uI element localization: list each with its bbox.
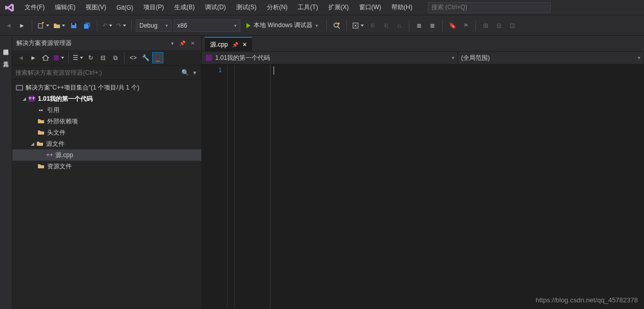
- expand-icon[interactable]: ◢: [20, 96, 28, 101]
- nav-back-button[interactable]: ◄: [3, 19, 14, 32]
- menu-analyze[interactable]: 分析(N): [262, 0, 293, 15]
- menu-view[interactable]: 视图(V): [80, 0, 111, 15]
- code-view-button[interactable]: <>: [128, 52, 139, 63]
- nav-fwd-button[interactable]: ►: [16, 19, 28, 32]
- menu-tools[interactable]: 工具(T): [293, 0, 323, 15]
- tb-btn-f[interactable]: ≣: [427, 19, 438, 32]
- folder-icon: [37, 162, 45, 170]
- tb-btn-g[interactable]: ⚑: [460, 19, 471, 32]
- separator: [124, 52, 124, 63]
- menu-project[interactable]: 项目(P): [138, 0, 169, 15]
- code-editor[interactable]: 1: [202, 64, 644, 309]
- separator: [97, 20, 97, 31]
- resources-node[interactable]: 资源文件: [12, 161, 201, 172]
- separator: [326, 20, 327, 31]
- tab-label: 源.cpp: [210, 40, 228, 49]
- global-search[interactable]: 搜索 (Ctrl+Q): [428, 2, 551, 13]
- panel-dropdown-button[interactable]: ▾: [168, 38, 177, 48]
- sync-button[interactable]: ↻: [85, 52, 96, 63]
- config-combo[interactable]: Debug▾: [136, 19, 172, 32]
- panel-search-input[interactable]: [15, 69, 179, 76]
- play-icon: [246, 23, 251, 28]
- chevron-down-icon[interactable]: ▾: [191, 69, 198, 76]
- redo-button[interactable]: ↷: [115, 19, 127, 32]
- tb-btn-h[interactable]: ⊞: [480, 19, 491, 32]
- folder-icon: [37, 128, 45, 137]
- search-icon[interactable]: 🔍: [179, 69, 191, 76]
- collapse-button[interactable]: ⊟: [97, 52, 109, 63]
- home-icon[interactable]: [40, 52, 51, 63]
- pin-icon[interactable]: 📌: [178, 38, 187, 48]
- editor-area: 源.cpp 📌 ✕ 1.01我的第一个代码 ▾ (全局范围) ▾ 1: [202, 36, 644, 309]
- menu-edit[interactable]: 编辑(E): [50, 0, 80, 15]
- project-icon: [205, 54, 213, 62]
- pin-icon[interactable]: 📌: [232, 42, 238, 48]
- menu-file[interactable]: 文件(F): [19, 0, 50, 15]
- headers-node[interactable]: 头文件: [12, 127, 201, 138]
- toolbox-tab[interactable]: 工具箱: [1, 53, 11, 61]
- line-gutter: 1: [202, 64, 227, 309]
- source-file-node[interactable]: ++ 源.cpp: [12, 149, 201, 161]
- save-all-button[interactable]: [81, 19, 93, 32]
- menu-git[interactable]: Git(G): [111, 0, 138, 15]
- editor-tabbar: 源.cpp 📌 ✕: [202, 36, 644, 51]
- platform-combo[interactable]: x86▾: [174, 19, 240, 32]
- separator: [68, 52, 69, 63]
- panel-header: 解决方案资源管理器 ▾ 📌 ✕: [12, 36, 201, 50]
- folder-icon: [36, 140, 44, 148]
- tb-btn-e[interactable]: ≣: [413, 19, 425, 32]
- nav-project-combo[interactable]: 1.01我的第一个代码 ▾: [202, 52, 458, 64]
- nav-scope-combo[interactable]: (全局范围) ▾: [458, 52, 644, 64]
- solution-icon: [15, 83, 24, 92]
- menu-build[interactable]: 生成(B): [169, 0, 200, 15]
- close-icon[interactable]: ✕: [242, 41, 247, 48]
- server-explorer-tab[interactable]: 服务器资源管理器: [1, 41, 11, 49]
- references-node[interactable]: ▪▪ 引用: [12, 104, 201, 116]
- svg-point-2: [334, 23, 338, 27]
- sources-node[interactable]: ◢ 源文件: [12, 138, 201, 149]
- project-node[interactable]: ◢ ++ 1.01我的第一个代码: [12, 93, 201, 104]
- solution-node[interactable]: 解决方案"C++项目集合"(1 个项目/共 1 个): [12, 82, 201, 93]
- menu-extensions[interactable]: 扩展(X): [323, 0, 354, 15]
- find-in-files-button[interactable]: [331, 19, 342, 32]
- editor-navbar: 1.01我的第一个代码 ▾ (全局范围) ▾: [202, 51, 644, 64]
- source-file-label: 源.cpp: [55, 151, 73, 160]
- back-button[interactable]: ◄: [15, 52, 27, 63]
- menu-debug[interactable]: 调试(D): [200, 0, 231, 15]
- tb-btn-d[interactable]: ⎌: [393, 19, 405, 32]
- left-dock: 服务器资源管理器 工具箱: [0, 36, 12, 309]
- show-all-button[interactable]: ⧉: [110, 52, 121, 63]
- expand-icon[interactable]: ◢: [29, 141, 36, 146]
- properties-button[interactable]: 🔧: [140, 52, 151, 63]
- filter-button[interactable]: ☰: [72, 52, 84, 63]
- save-button[interactable]: [68, 19, 79, 32]
- bookmark-button[interactable]: 🔖: [447, 19, 458, 32]
- close-icon[interactable]: ✕: [188, 38, 197, 48]
- menu-window[interactable]: 窗口(W): [354, 0, 386, 15]
- editor-tab[interactable]: 源.cpp 📌 ✕: [205, 37, 252, 51]
- svg-text:++: ++: [46, 151, 53, 159]
- undo-button[interactable]: ↶: [101, 19, 113, 32]
- separator: [32, 20, 32, 31]
- tb-btn-a[interactable]: [351, 19, 365, 32]
- resources-label: 资源文件: [47, 162, 72, 171]
- open-file-button[interactable]: [52, 19, 66, 32]
- tb-btn-i[interactable]: ⊟: [493, 19, 505, 32]
- fwd-button[interactable]: ►: [28, 52, 39, 63]
- panel-title: 解决方案资源管理器: [16, 39, 167, 48]
- tb-btn-b[interactable]: ⎘: [367, 19, 378, 32]
- menu-help[interactable]: 帮助(H): [386, 0, 418, 15]
- separator: [131, 20, 132, 31]
- text-cursor: [274, 67, 274, 75]
- start-debug-button[interactable]: 本地 Windows 调试器▾: [242, 19, 322, 32]
- svg-rect-7: [16, 85, 23, 90]
- tb-btn-j[interactable]: ⊡: [507, 19, 518, 32]
- svg-point-4: [338, 23, 340, 25]
- new-item-button[interactable]: [36, 19, 50, 32]
- preview-button[interactable]: _: [152, 52, 163, 63]
- code-content[interactable]: [271, 64, 644, 309]
- switch-view-button[interactable]: [52, 52, 65, 63]
- external-deps-node[interactable]: 外部依赖项: [12, 116, 201, 127]
- menu-test[interactable]: 测试(S): [231, 0, 262, 15]
- tb-btn-c[interactable]: ⎗: [380, 19, 391, 32]
